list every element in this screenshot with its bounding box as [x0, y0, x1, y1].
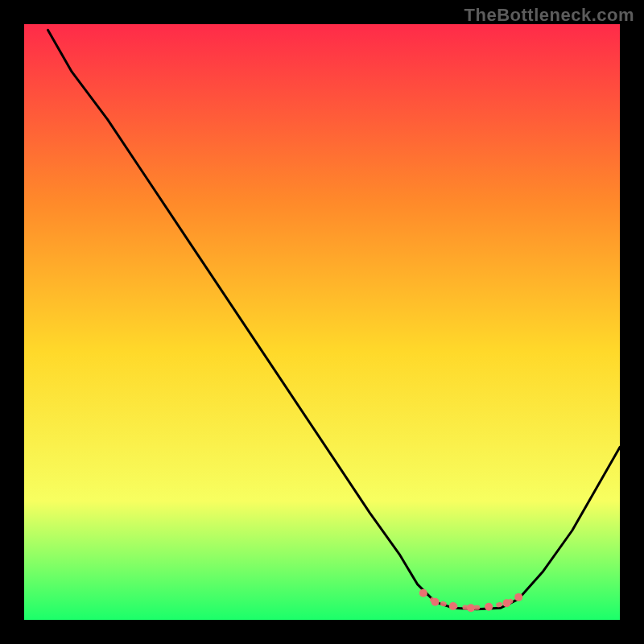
chart-container: TheBottleneck.com — [0, 0, 644, 644]
bottleneck-chart — [0, 0, 644, 644]
watermark-text: TheBottleneck.com — [464, 5, 634, 26]
svg-rect-1 — [24, 24, 620, 620]
optimal-zone-dot — [514, 593, 522, 601]
